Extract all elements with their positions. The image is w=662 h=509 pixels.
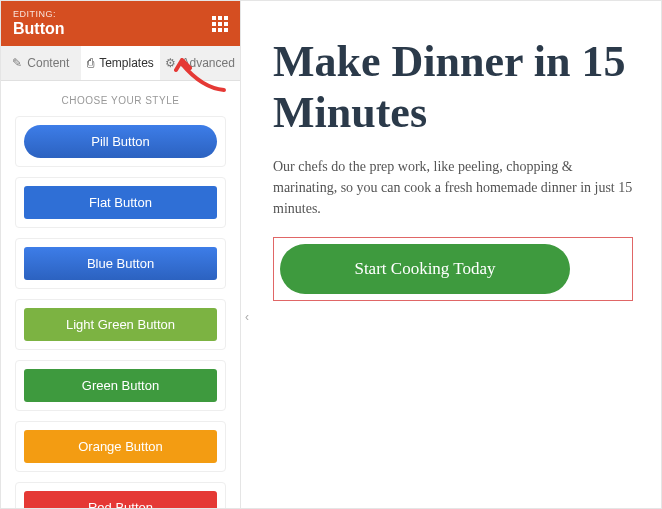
pill-button-preview[interactable]: Pill Button [24,125,217,158]
editor-sidebar: EDITING: Button ✎ Content ⎙ Templates ⚙ … [1,1,241,508]
tab-content[interactable]: ✎ Content [1,46,81,80]
tab-advanced[interactable]: ⚙ Advanced [160,46,240,80]
style-card-lightgreen[interactable]: Light Green Button [15,299,226,350]
tab-templates-label: Templates [99,56,154,70]
style-card-green[interactable]: Green Button [15,360,226,411]
editing-value: Button [13,20,65,38]
page-headline: Make Dinner in 15 Minutes [273,37,633,138]
orange-button-preview[interactable]: Orange Button [24,430,217,463]
template-icon: ⎙ [87,56,94,70]
tab-advanced-label: Advanced [181,56,234,70]
style-card-flat[interactable]: Flat Button [15,177,226,228]
blue-button-preview[interactable]: Blue Button [24,247,217,280]
drag-grid-icon[interactable] [212,16,228,32]
style-card-blue[interactable]: Blue Button [15,238,226,289]
style-card-red[interactable]: Red Button [15,482,226,508]
sliders-icon: ⚙ [165,56,176,70]
choose-style-heading: CHOOSE YOUR STYLE [1,81,240,116]
cta-selection-outline[interactable]: Start Cooking Today [273,237,633,301]
page-subtext: Our chefs do the prep work, like peeling… [273,156,633,219]
editing-label: EDITING: [13,9,65,19]
green-button-preview[interactable]: Green Button [24,369,217,402]
editor-header: EDITING: Button [1,1,240,46]
tab-templates[interactable]: ⎙ Templates [81,46,161,80]
style-card-pill[interactable]: Pill Button [15,116,226,167]
flat-button-preview[interactable]: Flat Button [24,186,217,219]
red-button-preview[interactable]: Red Button [24,491,217,508]
style-card-orange[interactable]: Orange Button [15,421,226,472]
style-list: Pill Button Flat Button Blue Button Ligh… [1,116,240,508]
cta-button[interactable]: Start Cooking Today [280,244,570,294]
lightgreen-button-preview[interactable]: Light Green Button [24,308,217,341]
pencil-icon: ✎ [12,56,22,70]
tab-content-label: Content [27,56,69,70]
editor-tabs: ✎ Content ⎙ Templates ⚙ Advanced [1,46,240,81]
preview-pane: Make Dinner in 15 Minutes Our chefs do t… [241,1,661,508]
